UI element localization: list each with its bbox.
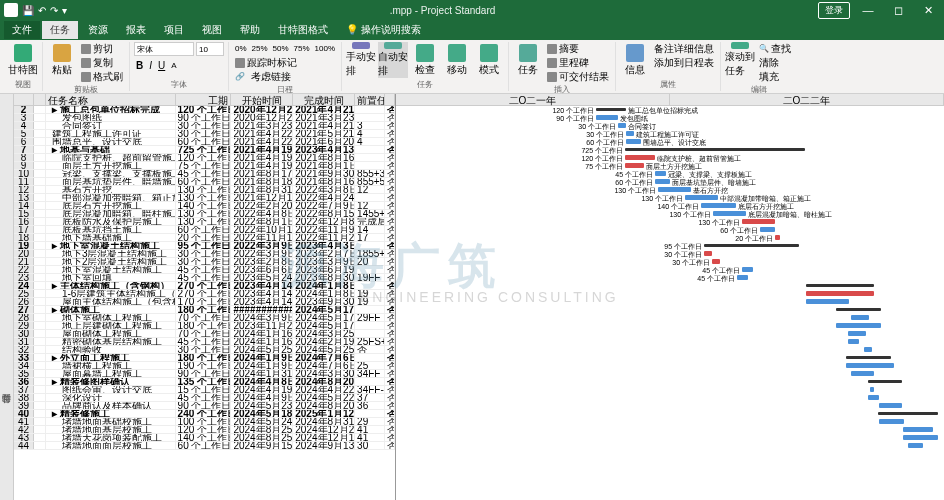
info-button[interactable]: 信息	[620, 42, 650, 78]
table-row[interactable]: 5建筑工程施工许可证30 个工作日2021年4月22日2021年5月21日4否	[14, 130, 395, 138]
table-row[interactable]: 34墙裙横工程施工190 个工作日2024年1月9日2024年7月6日25否	[14, 362, 395, 370]
gantt-bar[interactable]	[742, 267, 753, 272]
table-row[interactable]: 23地下室回填45 个工作日2023年5月24日2023年8月30日19FF否	[14, 274, 395, 282]
gantt-chart[interactable]: 二O二一年二O二二年 120 个工作日施工总包单位招标完成90 个工作日发包图纸…	[396, 94, 944, 500]
table-row[interactable]: 7▸ 地基与基础725 个工作日2021年4月19日2023年4月13日否	[14, 146, 395, 154]
table-row[interactable]: 22地下室混凝土结构施工45 个工作日2023年6月6日2023年6月19日否	[14, 266, 395, 274]
table-row[interactable]: 9面层土方开挖施工75 个工作日2021年4月19日2021年8月1日否	[14, 162, 395, 170]
table-row[interactable]: 44堵墙地面面层校施工60 个工作日2024年9月15日2024年9月13日30…	[14, 442, 395, 450]
pct-50-button[interactable]: 50%	[271, 42, 291, 55]
gantt-bar[interactable]	[626, 139, 641, 144]
track-mark-button[interactable]: 跟踪时标记	[233, 56, 337, 69]
pct-25-button[interactable]: 25%	[250, 42, 270, 55]
gantt-bar[interactable]	[851, 315, 869, 320]
font-color-button[interactable]: A	[169, 59, 178, 72]
format-painter-button[interactable]: 格式刷	[79, 70, 125, 83]
table-row[interactable]: 251-6层建筑主体结构施工（包含机电管线预埋）钢结构施工270 个工作日202…	[14, 290, 395, 298]
maximize-button[interactable]: ◻	[886, 4, 910, 17]
cut-button[interactable]: 剪切	[79, 42, 125, 55]
menu-resource[interactable]: 资源	[80, 21, 116, 39]
menu-file[interactable]: 文件	[4, 21, 40, 39]
table-row[interactable]: 42堵墙地面基层校施工120 个工作日2024年8月25日2024年12月23日…	[14, 426, 395, 434]
bold-button[interactable]: B	[134, 59, 145, 72]
underline-button[interactable]: U	[156, 59, 167, 72]
manual-schedule-button[interactable]: 手动安排	[346, 42, 376, 78]
gantt-bar[interactable]	[848, 331, 866, 336]
menu-report[interactable]: 报表	[118, 21, 154, 39]
table-row[interactable]: 20地下3层混凝土结构施工30 个工作日2022年3月9日2023年2月7日18…	[14, 250, 395, 258]
gantt-bar[interactable]	[625, 148, 805, 151]
gantt-bar[interactable]	[742, 219, 775, 224]
menu-gantt-format[interactable]: 甘特图格式	[270, 21, 336, 39]
link-button[interactable]: 🔗	[233, 70, 247, 83]
copy-button[interactable]: 复制	[79, 56, 125, 69]
gantt-bar[interactable]	[879, 419, 904, 424]
gantt-bar[interactable]	[879, 403, 902, 408]
table-row[interactable]: 32结构验收30 个工作日2024年5月25日2024年5月25日 否否	[14, 346, 395, 354]
login-button[interactable]: 登录	[818, 2, 850, 19]
pct-100-button[interactable]: 100%	[313, 42, 337, 55]
font-family-select[interactable]	[134, 42, 194, 56]
table-row[interactable]: 31精密砌体基层结构施工45 个工作日2024年1月16日2024年2月19日2…	[14, 338, 395, 346]
scroll-to-task-button[interactable]: 滚动到任务	[725, 42, 755, 78]
deliverable-button[interactable]: 可交付结果	[545, 70, 611, 83]
insert-task-button[interactable]: 任务	[513, 42, 543, 78]
notes-button[interactable]: 备注详细信息	[652, 42, 716, 55]
respect-links-button[interactable]: 考虑链接	[249, 70, 293, 83]
gantt-bar[interactable]	[903, 435, 938, 440]
timeline-button[interactable]: 添加到日程表	[652, 56, 716, 69]
gantt-bar[interactable]	[806, 284, 874, 287]
table-row[interactable]: 35屋面幕墙工程施工90 个工作日2024年1月31日2024年3月30日34F…	[14, 370, 395, 378]
mode-button[interactable]: 模式	[474, 42, 504, 78]
gantt-bar[interactable]	[655, 179, 670, 184]
gantt-bar[interactable]	[618, 123, 626, 128]
table-row[interactable]: 40▸ 精装修施工240 个工作日2024年5月18日2025年1月12日否	[14, 410, 395, 418]
italic-button[interactable]: I	[147, 59, 154, 72]
gantt-bar[interactable]	[870, 387, 874, 392]
table-row[interactable]: 24▸ 主体结构施工（含钢构）270 个工作日2023年4月14日2024年1月…	[14, 282, 395, 290]
milestone-button[interactable]: 里程碑	[545, 56, 611, 69]
menu-task[interactable]: 任务	[42, 21, 78, 39]
table-row[interactable]: 15底层混凝加暗箱、暗柱施工130 个工作日2022年4月8日2022年8月15…	[14, 210, 395, 218]
table-row[interactable]: 17底板基坑挡土施工60 个工作日2022年10月15日2022年11月9日14…	[14, 226, 395, 234]
table-row[interactable]: 27▸ 砌体施工180 个工作日############2024年5月17日否	[14, 306, 395, 314]
fill-button[interactable]: 填充	[757, 70, 793, 83]
table-row[interactable]: 39品牌商认及样本确认90 个工作日2024年5月23日2024年8月20日36…	[14, 402, 395, 410]
gantt-bar[interactable]	[775, 235, 780, 240]
table-row[interactable]: 19▸ 地下室混凝土结构施工95 个工作日2022年3月9日2023年4月3日否	[14, 242, 395, 250]
auto-schedule-button[interactable]: 自动安排	[378, 42, 408, 78]
gantt-bar[interactable]	[596, 115, 618, 120]
gantt-bar[interactable]	[625, 155, 655, 160]
table-row[interactable]: 37图纸会审、设计交底15 个工作日2024年4月19日2024年4月22日34…	[14, 386, 395, 394]
gantt-bar[interactable]	[878, 412, 938, 415]
table-row[interactable]: 14底层石方开挖施工140 个工作日2022年2月20日2022年7月9日12否	[14, 202, 395, 210]
table-row[interactable]: 36▸ 精装修图样确认135 个工作日2024年4月8日2024年8月20日否	[14, 378, 395, 386]
gantt-bar[interactable]	[868, 395, 879, 400]
gantt-bar[interactable]	[868, 380, 902, 383]
table-row[interactable]: 8临院支护桩、超前留管施工120 个工作日2021年4月19日2021年8月16…	[14, 154, 395, 162]
gantt-bar[interactable]	[713, 211, 746, 216]
minimize-button[interactable]: —	[856, 4, 880, 16]
qat-undo-icon[interactable]: ↶	[38, 5, 46, 16]
gantt-bar[interactable]	[685, 195, 718, 200]
menu-help[interactable]: 帮助	[232, 21, 268, 39]
table-row[interactable]: 28地下室砌体工程施工70 个工作日2024年3月9日2024年5月17日29F…	[14, 314, 395, 322]
table-row[interactable]: 6围墙总平、设计交底60 个工作日2021年4月22日2021年6月20日4否	[14, 138, 395, 146]
inspect-button[interactable]: 检查	[410, 42, 440, 78]
gantt-bar[interactable]	[806, 291, 874, 296]
gantt-bar[interactable]	[836, 308, 881, 311]
table-row[interactable]: 30屋面砌体工程施工70 个工作日2024年1月16日2024年3月25日否	[14, 330, 395, 338]
gantt-bar[interactable]	[626, 131, 634, 136]
menu-project[interactable]: 项目	[156, 21, 192, 39]
gantt-bar[interactable]	[712, 259, 720, 264]
gantt-bar[interactable]	[903, 427, 933, 432]
gantt-bar[interactable]	[596, 108, 626, 111]
menu-view[interactable]: 视图	[194, 21, 230, 39]
gantt-bar[interactable]	[701, 203, 736, 208]
gantt-bar[interactable]	[851, 371, 874, 376]
table-row[interactable]: 38深化设计45 个工作日2024年4月9日2024年5月22日37否	[14, 394, 395, 402]
gantt-view-button[interactable]: 甘特图	[8, 42, 38, 78]
table-row[interactable]: 12基石方开挖130 个工作日2021年8月31日2022年3月8日12否	[14, 186, 395, 194]
table-row[interactable]: 10冠梁、支撑梁、支撑板施工45 个工作日2021年8月17日2021年9月30…	[14, 170, 395, 178]
gantt-bar[interactable]	[737, 275, 748, 280]
